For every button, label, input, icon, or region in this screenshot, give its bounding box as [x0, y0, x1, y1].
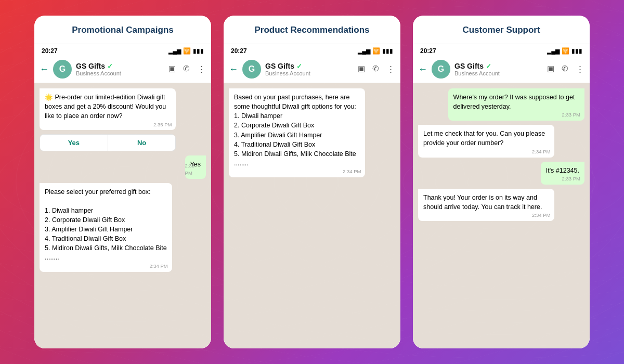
verified-icon-support: ✓	[486, 62, 491, 70]
wa-actions-support[interactable]: ▣ ✆ ⋮	[547, 64, 584, 75]
message-text-support-2: It's #12345.	[546, 167, 579, 174]
message-time-support-3: 2:34 PM	[532, 212, 550, 219]
message-time-support-2: 2:33 PM	[562, 175, 580, 183]
signal-icon: ▂▄▆	[547, 48, 560, 55]
video-icon-promotional[interactable]: ▣	[168, 64, 176, 75]
wa-subtitle-promotional: Business Account	[76, 70, 164, 76]
avatar-recommendations: G	[242, 60, 261, 79]
avatar-promotional: G	[53, 60, 72, 79]
status-bar-recommendations: 20:27 ▂▄▆ 🛜 ▮▮▮	[224, 44, 400, 57]
back-button-support[interactable]: ←	[418, 64, 427, 75]
message-promotional-0: 🌟 Pre-order our limited-edition Diwali g…	[40, 88, 176, 130]
message-promotional-1: Yes2:33 PM	[185, 155, 206, 178]
video-icon-support[interactable]: ▣	[547, 64, 554, 75]
status-time-promotional: 20:27	[42, 47, 58, 55]
message-text-recommendations-0: Based on your past purchases, here are s…	[234, 94, 356, 167]
message-support-1: Let me check that for you. Can you pleas…	[418, 125, 554, 157]
status-time-recommendations: 20:27	[231, 47, 247, 55]
message-promotional-2: Please select your preferred gift box:1.…	[40, 183, 172, 272]
message-time-support-1: 2:34 PM	[532, 148, 550, 155]
phone-support: 20:27 ▂▄▆ 🛜 ▮▮▮ ← G GS Gifts ✓ Business …	[413, 44, 590, 348]
status-bar-support: 20:27 ▂▄▆ 🛜 ▮▮▮	[413, 44, 590, 57]
battery-icon: ▮▮▮	[193, 47, 204, 55]
panel-header-recommendations: Product Recommendations	[224, 16, 400, 44]
verified-icon-promotional: ✓	[107, 62, 113, 70]
message-support-2: It's #12345.2:33 PM	[541, 162, 584, 185]
phone-promotional: 20:27 ▂▄▆ 🛜 ▮▮▮ ← G GS Gifts ✓ Business …	[34, 44, 211, 348]
back-button-promotional[interactable]: ←	[40, 64, 49, 75]
wa-actions-recommendations[interactable]: ▣ ✆ ⋮	[358, 64, 395, 75]
video-icon-recommendations[interactable]: ▣	[358, 64, 365, 75]
choice-button-no-promotional[interactable]: No	[108, 135, 176, 151]
phone-icon-promotional[interactable]: ✆	[183, 64, 190, 75]
button-row-promotional-0: YesNo	[40, 134, 176, 151]
status-icons-promotional: ▂▄▆ 🛜 ▮▮▮	[168, 47, 204, 55]
battery-icon: ▮▮▮	[382, 47, 393, 55]
message-time-promotional-0: 2:35 PM	[153, 121, 172, 128]
message-text-promotional-2: Please select your preferred gift box:1.…	[45, 188, 167, 262]
message-recommendations-0: Based on your past purchases, here are s…	[229, 88, 365, 177]
signal-icon: ▂▄▆	[358, 48, 370, 55]
message-text-support-0: Where's my order? It was supposed to get…	[453, 94, 575, 110]
wa-header-recommendations: ← G GS Gifts ✓ Business Account ▣ ✆ ⋮	[224, 57, 400, 83]
panel-title-recommendations: Product Recommendations	[232, 25, 392, 35]
back-button-recommendations[interactable]: ←	[229, 64, 238, 75]
wa-name-support: GS Gifts ✓	[454, 62, 543, 70]
phone-recommendations: 20:27 ▂▄▆ 🛜 ▮▮▮ ← G GS Gifts ✓ Business …	[224, 44, 400, 348]
wifi-icon: 🛜	[372, 47, 380, 55]
wa-actions-promotional[interactable]: ▣ ✆ ⋮	[168, 64, 206, 75]
message-support-0: Where's my order? It was supposed to get…	[448, 88, 584, 121]
status-time-support: 20:27	[420, 47, 436, 55]
status-icons-recommendations: ▂▄▆ 🛜 ▮▮▮	[358, 47, 393, 55]
wa-subtitle-recommendations: Business Account	[265, 70, 354, 76]
wa-info-support: GS Gifts ✓ Business Account	[454, 62, 543, 76]
chat-area-recommendations: Based on your past purchases, here are s…	[224, 83, 400, 348]
avatar-support: G	[432, 60, 450, 79]
message-time-promotional-1: 2:33 PM	[185, 162, 202, 177]
wifi-icon: 🛜	[562, 47, 569, 55]
menu-icon-recommendations[interactable]: ⋮	[386, 64, 395, 75]
status-bar-promotional: 20:27 ▂▄▆ 🛜 ▮▮▮	[34, 44, 211, 57]
message-support-3: Thank you! Your order is on its way and …	[418, 189, 554, 221]
panel-header-support: Customer Support	[413, 16, 590, 44]
panel-header-promotional: Promotional Campaigns	[34, 16, 211, 44]
wa-name-recommendations: GS Gifts ✓	[265, 62, 354, 70]
wa-subtitle-support: Business Account	[454, 70, 543, 76]
panel-promotional: Promotional Campaigns 20:27 ▂▄▆ 🛜 ▮▮▮ ← …	[34, 16, 211, 348]
phone-icon-recommendations[interactable]: ✆	[372, 64, 379, 75]
signal-icon: ▂▄▆	[168, 48, 181, 55]
message-time-promotional-2: 2:34 PM	[149, 263, 167, 270]
wa-info-promotional: GS Gifts ✓ Business Account	[76, 62, 164, 76]
choice-button-yes-promotional[interactable]: Yes	[40, 135, 108, 151]
message-time-support-0: 2:33 PM	[562, 111, 580, 119]
wa-info-recommendations: GS Gifts ✓ Business Account	[265, 62, 354, 76]
panel-support: Customer Support 20:27 ▂▄▆ 🛜 ▮▮▮ ← G GS …	[413, 16, 590, 348]
wa-name-promotional: GS Gifts ✓	[76, 62, 164, 70]
message-text-support-1: Let me check that for you. Can you pleas…	[423, 130, 545, 147]
battery-icon: ▮▮▮	[571, 47, 582, 55]
wa-header-support: ← G GS Gifts ✓ Business Account ▣ ✆ ⋮	[413, 57, 590, 83]
status-icons-support: ▂▄▆ 🛜 ▮▮▮	[547, 47, 582, 55]
panel-title-support: Customer Support	[421, 25, 581, 35]
panel-title-promotional: Promotional Campaigns	[43, 25, 203, 35]
wifi-icon: 🛜	[183, 47, 191, 55]
menu-icon-promotional[interactable]: ⋮	[197, 64, 206, 75]
message-text-support-3: Thank you! Your order is on its way and …	[423, 194, 542, 211]
message-text-promotional-0: 🌟 Pre-order our limited-edition Diwali g…	[45, 94, 166, 120]
panel-recommendations: Product Recommendations 20:27 ▂▄▆ 🛜 ▮▮▮ …	[224, 16, 400, 348]
message-time-recommendations-0: 2:34 PM	[343, 168, 361, 175]
verified-icon-recommendations: ✓	[296, 62, 302, 70]
chat-area-promotional: 🌟 Pre-order our limited-edition Diwali g…	[34, 83, 211, 348]
chat-area-support: Where's my order? It was supposed to get…	[413, 83, 590, 348]
menu-icon-support[interactable]: ⋮	[576, 64, 584, 75]
phone-icon-support[interactable]: ✆	[562, 64, 568, 75]
wa-header-promotional: ← G GS Gifts ✓ Business Account ▣ ✆ ⋮	[34, 57, 211, 83]
